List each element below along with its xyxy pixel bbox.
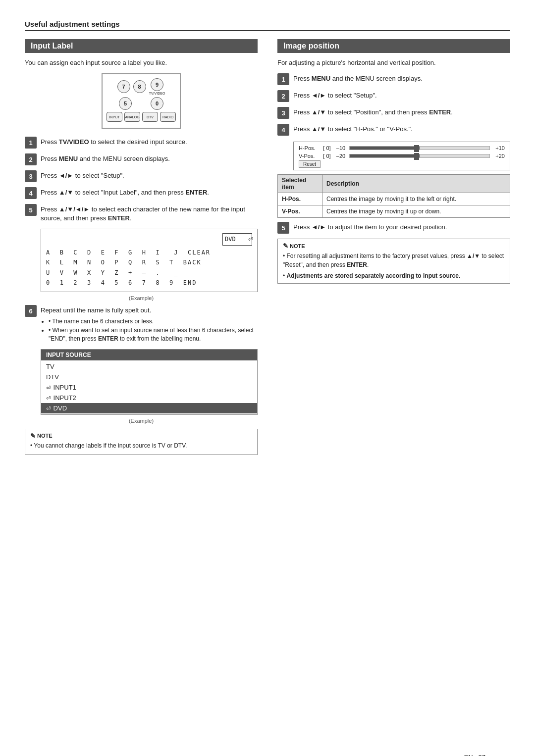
note-icon-2: ✎: [283, 242, 288, 250]
remote-diagram: 7 8 9 TV/VIDEO 5 0 INPUT ANALOG DTV R: [102, 73, 181, 129]
step-4-text: Press ▲/▼ to select "Input Label", and t…: [41, 187, 209, 197]
v-pos-min: –20: [335, 153, 346, 159]
step-6-text: Repeat until the name is fully spelt out…: [41, 305, 258, 344]
keyboard-row-4: 0 1 2 3 4 5 6 7 8 9 END: [46, 278, 252, 288]
img-step-3-num: 3: [277, 107, 289, 119]
step-6: 6 Repeat until the name is fully spelt o…: [25, 305, 258, 344]
table-vpos-item: V-Pos.: [278, 205, 322, 218]
image-position-steps: 1 Press MENU and the MENU screen display…: [277, 73, 510, 136]
input-source-dtv: DTV: [41, 372, 257, 382]
image-position-note: ✎ NOTE • For resetting all adjustment it…: [277, 239, 510, 284]
table-vpos-desc: Centres the image by moving it up or dow…: [322, 205, 510, 218]
img-step-1-num: 1: [277, 73, 289, 85]
h-pos-max: +10: [493, 145, 505, 151]
image-position-note-bullet: • Adjustments are stored separately acco…: [283, 271, 505, 280]
step-1-num: 1: [25, 137, 37, 149]
btn-dtv: DTV: [142, 112, 158, 122]
step-2: 2 Press MENU and the MENU screen display…: [25, 153, 258, 165]
img-step-4: 4 Press ▲/▼ to select "H-Pos." or "V-Pos…: [277, 124, 510, 136]
keyboard-box: DVD ⏎ A B C D E F G H I J CLEAR K L M N …: [41, 229, 258, 292]
step-6-num: 6: [25, 305, 37, 317]
step-5-text: Press ▲/▼/◄/► to select each character o…: [41, 204, 258, 223]
h-pos-row: H-Pos. [ 0] –10 +10: [299, 145, 505, 151]
input-source-header: INPUT SOURCE: [41, 350, 257, 360]
h-pos-thumb: [414, 145, 419, 152]
v-pos-row: V-Pos. [ 0] –20 +20: [299, 153, 505, 159]
img-step-5-num: 5: [277, 222, 289, 234]
keyboard-row-3: U V W X Y Z + – . _: [46, 268, 252, 278]
step-4: 4 Press ▲/▼ to select "Input Label", and…: [25, 187, 258, 199]
note-icon: ✎: [30, 432, 36, 440]
btn-8: 8: [133, 80, 146, 93]
image-position-section: Image position For adjusting a picture's…: [277, 39, 510, 455]
img-step-1: 1 Press MENU and the MENU screen display…: [277, 73, 510, 85]
tv-video-label: TV/VIDEO: [149, 92, 165, 95]
btn-9: 9: [151, 78, 163, 91]
image-position-intro: For adjusting a picture's horizontal and…: [277, 59, 510, 66]
table-col-description: Description: [322, 175, 510, 193]
input-source-tv: TV: [41, 361, 257, 372]
input-source-box: INPUT SOURCE TV DTV ⏎ INPUT1 ⏎ INPUT2 ⏎ …: [41, 349, 258, 415]
step-4-num: 4: [25, 187, 37, 199]
step-3: 3 Press ◄/► to select "Setup".: [25, 170, 258, 182]
img-step-4-text: Press ▲/▼ to select "H-Pos." or "V-Pos."…: [293, 124, 413, 134]
input-label-steps: 1 Press TV/VIDEO to select the desired i…: [25, 137, 258, 223]
h-pos-track: [349, 146, 490, 150]
v-pos-thumb: [414, 153, 419, 160]
table-row-vpos: V-Pos. Centres the image by moving it up…: [278, 205, 510, 218]
table-col-selected: Selected item: [278, 175, 322, 193]
input-source-dvd: ⏎ DVD: [41, 403, 257, 413]
image-position-note-text: • For resetting all adjustment items to …: [283, 252, 505, 269]
step-6-bullet-1: The name can be 6 characters or less.: [49, 317, 258, 326]
h-pos-min: –10: [335, 145, 346, 151]
step-2-text: Press MENU and the MENU screen displays.: [41, 153, 170, 163]
btn-7: 7: [117, 80, 130, 93]
img-step-2-num: 2: [277, 90, 289, 102]
input-source-input1: ⏎ INPUT1: [41, 382, 257, 393]
img-step-5-text: Press ◄/► to adjust the item to your des…: [293, 222, 447, 232]
btn-5: 5: [119, 97, 132, 110]
img-step-2: 2 Press ◄/► to select "Setup".: [277, 90, 510, 102]
image-position-title: Image position: [277, 39, 510, 53]
v-pos-label: V-Pos.: [299, 153, 319, 159]
table-hpos-desc: Centres the image by moving it to the le…: [322, 193, 510, 205]
input-source-input2: ⏎ INPUT2: [41, 393, 257, 403]
h-pos-fill: [350, 147, 420, 150]
btn-input: INPUT: [107, 112, 122, 122]
enter-icon: ⏎: [248, 232, 253, 246]
step-5: 5 Press ▲/▼/◄/► to select each character…: [25, 204, 258, 223]
h-pos-label: H-Pos.: [299, 145, 319, 151]
img-step-2-text: Press ◄/► to select "Setup".: [293, 90, 377, 100]
step-2-num: 2: [25, 153, 37, 165]
img-step-5: 5 Press ◄/► to adjust the item to your d…: [277, 222, 510, 234]
keyboard-input-field: DVD: [222, 233, 252, 245]
reset-btn[interactable]: Reset: [299, 161, 505, 167]
btn-0: 0: [151, 97, 163, 110]
input-source-example-label: (Example): [25, 418, 258, 424]
description-table: Selected item Description H-Pos. Centres…: [277, 174, 510, 218]
v-pos-track: [349, 154, 490, 158]
table-hpos-item: H-Pos.: [278, 193, 322, 205]
input-label-note: ✎ NOTE You cannot change labels if the i…: [25, 429, 258, 455]
img-step-1-text: Press MENU and the MENU screen displays.: [293, 73, 423, 83]
keyboard-row-2: K L M N O P Q R S T BACK: [46, 257, 252, 267]
reset-label[interactable]: Reset: [299, 160, 321, 168]
input-label-intro: You can assign each input source a label…: [25, 59, 258, 66]
input-label-section: Input Label You can assign each input so…: [25, 39, 258, 455]
img-step-3-text: Press ▲/▼ to select "Position", and then…: [293, 107, 453, 117]
h-pos-val: [ 0]: [321, 145, 332, 151]
v-pos-max: +20: [493, 153, 505, 159]
step-6-bullets: The name can be 6 characters or less. Wh…: [49, 317, 258, 343]
keyboard-example-label: (Example): [25, 295, 258, 301]
img-step-3: 3 Press ▲/▼ to select "Position", and th…: [277, 107, 510, 119]
input-source-items: TV DTV ⏎ INPUT1 ⏎ INPUT2 ⏎ DVD: [41, 360, 257, 414]
v-pos-val: [ 0]: [321, 153, 332, 159]
input-label-note-title: ✎ NOTE: [30, 432, 252, 440]
table-row-hpos: H-Pos. Centres the image by moving it to…: [278, 193, 510, 205]
input-label-note-bullets: You cannot change labels if the input so…: [30, 442, 252, 450]
step-1-text: Press TV/VIDEO to select the desired inp…: [41, 137, 187, 147]
btn-radio: RADIO: [160, 112, 176, 122]
step-5-num: 5: [25, 204, 37, 216]
step-6-bullet-2: When you want to set an input source nam…: [49, 326, 258, 343]
image-position-note-title: ✎ NOTE: [283, 242, 505, 250]
